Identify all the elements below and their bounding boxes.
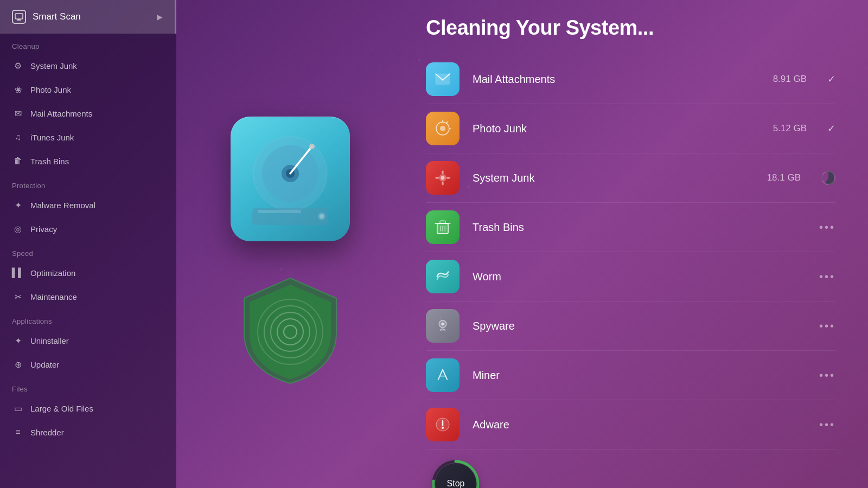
large-old-files-label: Large & Old Files [30, 404, 93, 413]
malware-removal-icon: ✦ [12, 199, 24, 211]
scan-item-adware: Adware ••• [426, 400, 835, 450]
mail-attachments-scan-size: 8.91 GB [773, 74, 807, 85]
uninstaller-label: Uninstaller [30, 336, 69, 345]
updater-label: Updater [30, 360, 59, 369]
sidebar-item-mail-attachments[interactable]: ✉ Mail Attachments [0, 101, 176, 125]
main-content: Cleaning Your System... Mail Attachments… [176, 0, 868, 488]
sidebar-sections: Cleanup ⚙ System Junk ❀ Photo Junk ✉ Mai… [0, 34, 176, 444]
stop-button-area: Stop [431, 459, 835, 488]
scan-item-mail-attachments: Mail Attachments 8.91 GB ✓ [426, 55, 835, 104]
trash-bins-scan-icon [426, 210, 459, 244]
mail-attachments-scan-icon [426, 62, 459, 96]
adware-scan-icon [426, 408, 459, 441]
itunes-junk-label: iTunes Junk [30, 133, 74, 142]
svg-rect-0 [15, 14, 23, 19]
svg-point-40 [442, 427, 444, 429]
shredder-icon: ≡ [12, 426, 24, 438]
miner-scan-icon [426, 358, 459, 392]
malware-removal-label: Malware Removal [30, 201, 95, 210]
sidebar-item-uninstaller[interactable]: ✦ Uninstaller [0, 329, 176, 352]
photo-junk-scan-icon [426, 112, 459, 145]
sidebar-item-maintenance[interactable]: ✂ Maintenance [0, 285, 176, 309]
sidebar-item-itunes-junk[interactable]: ♫ iTunes Junk [0, 125, 176, 149]
svg-rect-27 [442, 182, 443, 185]
trash-bins-icon: 🗑 [12, 155, 24, 167]
scan-item-worm: Worm ••• [426, 252, 835, 301]
sidebar-section-cleanup: Cleanup [0, 34, 176, 54]
sidebar-item-trash-bins[interactable]: 🗑 Trash Bins [0, 149, 176, 173]
sidebar-section-applications: Applications [0, 309, 176, 329]
svg-point-8 [309, 144, 315, 149]
more-options-icon[interactable]: ••• [819, 320, 835, 332]
trash-bins-label: Trash Bins [30, 157, 69, 166]
sidebar: Smart Scan ▶ Cleanup ⚙ System Junk ❀ Pho… [0, 0, 176, 488]
smart-scan-arrow-icon: ▶ [157, 12, 163, 21]
right-panel: Cleaning Your System... Mail Attachments… [404, 0, 868, 488]
more-options-icon[interactable]: ••• [819, 419, 835, 431]
photo-junk-scan-size: 5.12 GB [773, 123, 807, 134]
photo-junk-label: Photo Junk [30, 85, 71, 94]
scan-item-miner: Miner ••• [426, 351, 835, 400]
sidebar-item-malware-removal[interactable]: ✦ Malware Removal [0, 193, 176, 217]
more-options-icon[interactable]: ••• [819, 271, 835, 283]
sidebar-item-smart-scan[interactable]: Smart Scan ▶ [0, 0, 176, 34]
trash-bins-scan-name: Trash Bins [473, 221, 786, 234]
sidebar-item-privacy[interactable]: ◎ Privacy [0, 217, 176, 241]
smart-scan-label: Smart Scan [33, 11, 150, 22]
spyware-scan-icon [426, 309, 459, 343]
spinner-icon [821, 171, 835, 185]
adware-scan-name: Adware [473, 419, 786, 431]
page-title: Cleaning Your System... [426, 16, 835, 40]
large-old-files-icon: ▭ [12, 402, 24, 414]
sidebar-section-protection: Protection [0, 173, 176, 193]
shield-icon [236, 274, 344, 388]
mail-attachments-scan-name: Mail Attachments [473, 73, 760, 86]
itunes-junk-icon: ♫ [12, 131, 24, 143]
system-junk-scan-name: System Junk [473, 172, 754, 184]
shredder-label: Shredder [30, 428, 64, 437]
stop-button-wrapper: Stop [431, 459, 480, 488]
sidebar-item-system-junk[interactable]: ⚙ System Junk [0, 54, 176, 78]
more-options-icon[interactable]: ••• [819, 369, 835, 382]
scan-items-list: Mail Attachments 8.91 GB ✓ Photo Junk 5.… [426, 55, 835, 450]
svg-line-22 [446, 122, 448, 124]
disk-icon [231, 117, 350, 241]
spyware-scan-name: Spyware [473, 320, 786, 332]
sidebar-section-files: Files [0, 376, 176, 396]
updater-icon: ⊕ [12, 358, 24, 370]
maintenance-icon: ✂ [12, 291, 24, 303]
privacy-label: Privacy [30, 224, 57, 234]
optimization-label: Optimization [30, 268, 75, 278]
sidebar-section-speed: Speed [0, 241, 176, 261]
scan-item-trash-bins: Trash Bins ••• [426, 203, 835, 252]
mail-attachments-label: Mail Attachments [30, 109, 92, 118]
check-icon: ✓ [827, 123, 835, 134]
maintenance-label: Maintenance [30, 292, 77, 301]
system-junk-scan-icon [426, 161, 459, 195]
sidebar-item-shredder[interactable]: ≡ Shredder [0, 420, 176, 444]
svg-rect-26 [442, 170, 443, 174]
svg-rect-29 [446, 177, 450, 178]
scan-item-photo-junk: Photo Junk 5.12 GB ✓ [426, 104, 835, 153]
svg-point-25 [441, 176, 445, 180]
svg-point-20 [440, 126, 445, 131]
check-icon: ✓ [827, 73, 835, 85]
svg-point-12 [320, 214, 324, 219]
more-options-icon[interactable]: ••• [819, 221, 835, 234]
svg-rect-32 [440, 221, 445, 223]
photo-junk-scan-name: Photo Junk [473, 123, 760, 135]
sidebar-item-optimization[interactable]: ▌▌ Optimization [0, 261, 176, 285]
svg-rect-10 [258, 210, 301, 213]
system-junk-scan-size: 18.1 GB [767, 172, 801, 183]
system-junk-label: System Junk [30, 61, 77, 70]
svg-point-37 [441, 323, 444, 325]
mail-attachments-icon: ✉ [12, 107, 24, 119]
sidebar-item-large-old-files[interactable]: ▭ Large & Old Files [0, 396, 176, 420]
scan-item-spyware: Spyware ••• [426, 301, 835, 351]
uninstaller-icon: ✦ [12, 335, 24, 346]
sidebar-item-updater[interactable]: ⊕ Updater [0, 352, 176, 376]
system-junk-icon: ⚙ [12, 60, 24, 72]
sidebar-item-photo-junk[interactable]: ❀ Photo Junk [0, 78, 176, 101]
scan-item-system-junk: System Junk 18.1 GB [426, 153, 835, 203]
center-area [176, 0, 404, 488]
